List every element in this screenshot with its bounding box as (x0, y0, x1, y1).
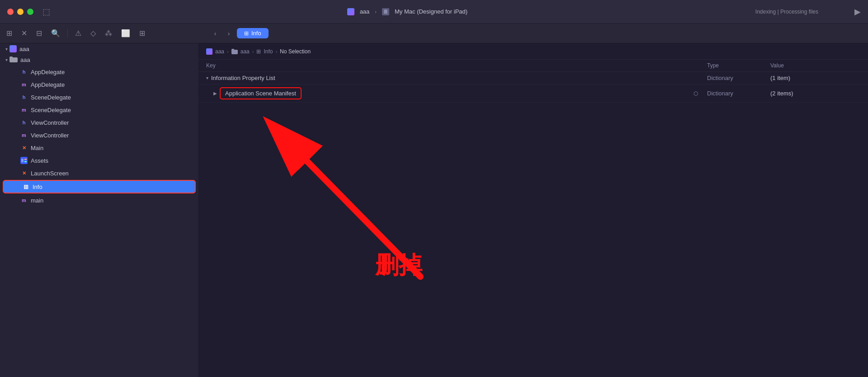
sidebar-item-main[interactable]: ✕ Main (2, 142, 197, 154)
tab-label: Info (251, 30, 261, 37)
row-value-1: (1 item) (770, 75, 861, 81)
sidebar-item-viewcontroller-h[interactable]: h ViewController (2, 117, 197, 128)
stepper-control[interactable]: ⬡ (693, 90, 698, 97)
sidebar-item-scenedelegate-m[interactable]: m SceneDelegate (2, 104, 197, 116)
row-type-1: Dictionary (707, 75, 770, 81)
maximize-button[interactable] (27, 9, 33, 15)
row-expand-arrow-2[interactable]: ▶ (213, 91, 217, 96)
sidebar-root-aaa[interactable]: ▾ aaa (0, 43, 198, 54)
table-header: Key Type Value (199, 60, 868, 72)
m-icon-scenedelegate: m (20, 106, 28, 114)
expand-arrow-group: ▾ (5, 57, 8, 62)
view-icon[interactable]: ⊞ (137, 27, 148, 39)
sidebar: ▾ aaa ▾ aaa h AppDelegate m AppDelegate … (0, 43, 199, 377)
plist-table: Key Type Value ▾ Information Property Li… (199, 60, 868, 377)
breadcrumb-file: Info (264, 48, 273, 55)
svg-rect-5 (21, 159, 24, 162)
minimize-button[interactable] (17, 9, 24, 15)
sidebar-toggle-icon[interactable]: ⬚ (42, 7, 50, 17)
divider-1 (67, 29, 68, 38)
app-name: aaa (360, 8, 370, 15)
root-app-icon (9, 45, 17, 52)
play-button[interactable]: ▶ (854, 7, 861, 17)
toolbar-right: ‹ › ⊞ Info (204, 28, 864, 39)
x-icon-main: ✕ (20, 144, 28, 152)
svg-rect-0 (348, 9, 354, 14)
scenedelegate-m-label: SceneDelegate (31, 107, 71, 113)
x-icon-launch: ✕ (20, 169, 28, 177)
sidebar-item-launchscreen[interactable]: ✕ LaunchScreen (2, 167, 197, 179)
col-type-header: Type (707, 62, 770, 69)
col-key-header: Key (206, 62, 707, 69)
viewcontroller-h-label: ViewController (31, 119, 69, 126)
breadcrumb-file-icon: ⊞ (256, 48, 261, 55)
svg-rect-3 (10, 46, 16, 52)
nav-forward-button[interactable]: › (223, 28, 234, 39)
sidebar-item-info[interactable]: ⊞ Info (3, 180, 196, 193)
sidebar-item-viewcontroller-m[interactable]: m ViewController (2, 129, 197, 141)
content-area: aaa › aaa › ⊞ Info › No Selection Key Ty… (199, 43, 868, 377)
sidebar-item-assets[interactable]: Assets (2, 155, 197, 166)
info-tab[interactable]: ⊞ Info (237, 28, 269, 38)
breadcrumb-app: aaa (215, 48, 224, 55)
breadcrumb-chevron-4: › (275, 49, 277, 54)
grid-icon-info: ⊞ (22, 183, 30, 191)
traffic-lights (7, 9, 33, 15)
m-icon-main: m (20, 196, 28, 204)
titlebar: ⬚ aaa › My Mac (Designed for iPad) Index… (0, 0, 868, 24)
sidebar-item-appdelegate-h[interactable]: h AppDelegate (2, 66, 197, 78)
m-icon-appdelegate: m (20, 80, 28, 89)
app-icon (347, 8, 354, 15)
row-value-2: (2 items) (770, 90, 861, 97)
breadcrumb: aaa › aaa › ⊞ Info › No Selection (199, 43, 868, 60)
breadcrumb-app-icon (206, 48, 212, 55)
breadcrumb-chevron-3: › (252, 49, 254, 54)
folder-breadcrumb-icon (231, 49, 238, 54)
breadcrumb-selection: No Selection (280, 48, 311, 55)
assets-label: Assets (31, 157, 48, 164)
toolbar: ⊞ ✕ ⊟ 🔍 ⚠ ◇ ⁂ ⬜ ⊞ ‹ › ⊞ Info (0, 24, 868, 43)
info-label: Info (33, 184, 42, 190)
breadcrumb-chevron-2: › (227, 49, 229, 54)
col-value-header: Value (770, 62, 861, 69)
table-row-info-property-list[interactable]: ▾ Information Property List Dictionary (… (199, 72, 868, 85)
launchscreen-label: LaunchScreen (31, 170, 69, 177)
sidebar-item-appdelegate-m[interactable]: m AppDelegate (2, 79, 197, 90)
main-swift-label: main (31, 197, 43, 204)
assets-icon (20, 156, 28, 165)
simulate-icon[interactable]: ⬜ (118, 27, 133, 39)
scenedelegate-h-label: SceneDelegate (31, 94, 71, 101)
toolbar-left: ⊞ ✕ ⊟ 🔍 ⚠ ◇ ⁂ ⬜ ⊞ (4, 27, 203, 39)
appdelegate-h-label: AppDelegate (31, 69, 65, 75)
scene-manifest-label: Application Scene Manifest (220, 87, 302, 99)
group-label: aaa (20, 57, 30, 63)
row-key-1: Information Property List (211, 75, 707, 81)
sidebar-group-aaa[interactable]: ▾ aaa (0, 54, 198, 66)
split-icon[interactable]: ⊟ (33, 27, 45, 39)
device-label: My Mac (Designed for iPad) (395, 8, 467, 15)
h-icon-appdelegate: h (20, 68, 28, 76)
expand-arrow-root: ▾ (5, 47, 8, 52)
tab-grid-icon: ⊞ (244, 30, 249, 37)
table-row-application-scene-manifest[interactable]: ▶ Application Scene Manifest ⬡ Dictionar… (199, 85, 868, 103)
titlebar-center: aaa › My Mac (Designed for iPad) (59, 8, 755, 15)
sidebar-item-scenedelegate-h[interactable]: h SceneDelegate (2, 91, 197, 103)
sidebar-item-main-swift[interactable]: m main (2, 194, 197, 206)
main-storyboard-label: Main (31, 145, 43, 151)
close-panel-icon[interactable]: ✕ (19, 27, 30, 39)
appdelegate-m-label: AppDelegate (31, 81, 65, 88)
svg-rect-7 (24, 161, 27, 162)
warning-icon[interactable]: ⚠ (72, 27, 84, 39)
search-icon[interactable]: 🔍 (48, 27, 63, 39)
close-button[interactable] (7, 9, 14, 15)
nav-back-button[interactable]: ‹ (210, 28, 221, 39)
main-area: ▾ aaa ▾ aaa h AppDelegate m AppDelegate … (0, 43, 868, 377)
device-icon (382, 8, 389, 15)
row-expand-arrow-1[interactable]: ▾ (206, 75, 208, 80)
breakpoint-icon[interactable]: ◇ (88, 27, 99, 39)
row-type-2: Dictionary (707, 90, 770, 97)
folder-icon (9, 56, 18, 64)
grid-layout-icon[interactable]: ⊞ (4, 27, 15, 39)
root-label: aaa (19, 46, 29, 52)
instrument-icon[interactable]: ⁂ (102, 27, 115, 39)
